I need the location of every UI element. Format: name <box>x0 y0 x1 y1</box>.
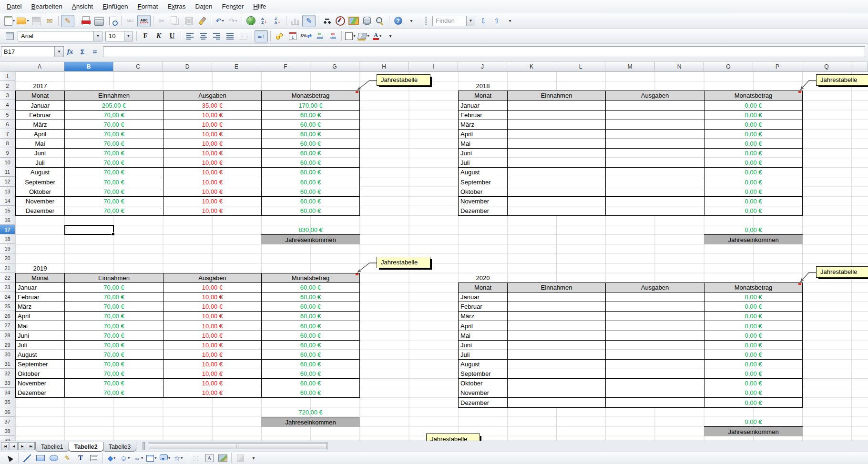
cell-A33[interactable]: November <box>15 378 65 388</box>
font-color-icon[interactable]: A▾ <box>371 30 383 42</box>
tab-splitter[interactable] <box>143 442 145 450</box>
row-header-30[interactable]: 30 <box>0 350 15 359</box>
cell-J25[interactable]: Februar <box>458 302 508 312</box>
row-header-12[interactable]: 12 <box>0 177 15 187</box>
cell-K6[interactable] <box>507 120 606 130</box>
row-header-18[interactable]: 18 <box>0 234 15 244</box>
add-decimal-icon[interactable]: +0.000 <box>313 30 326 42</box>
cell-K30[interactable] <box>507 350 606 360</box>
cell-F30[interactable]: 60,00 € <box>261 350 360 360</box>
symbol-shapes-icon[interactable]: ☺▾ <box>119 453 131 464</box>
cell-A23[interactable]: Januar <box>15 282 65 293</box>
font-name-combo-dropdown-icon[interactable]: ▼ <box>93 31 102 41</box>
cell-D32[interactable]: 10,00 € <box>163 369 262 379</box>
cell-F25[interactable]: 60,00 € <box>261 302 360 312</box>
cell-O12[interactable]: 0,00 € <box>704 177 803 187</box>
dropdown-arrow-icon[interactable]: ▾ <box>353 34 355 38</box>
cell-B24[interactable]: 70,00 € <box>64 292 163 302</box>
cell-O28[interactable]: 0,00 € <box>704 331 803 341</box>
cell-B22[interactable]: Einnahmen <box>64 273 163 283</box>
cell-K27[interactable] <box>507 321 606 331</box>
fontwork-icon[interactable]: A <box>203 453 215 464</box>
column-header-F[interactable]: F <box>261 62 310 71</box>
cell-O37[interactable]: 0,00 € <box>704 417 803 427</box>
cell-O32[interactable]: 0,00 € <box>704 369 803 379</box>
cell-D10[interactable]: 10,00 € <box>163 158 262 168</box>
name-box-dropdown-icon[interactable]: ▼ <box>54 47 63 57</box>
cell-O29[interactable]: 0,00 € <box>704 340 803 350</box>
ellipse-icon[interactable] <box>48 453 60 464</box>
cell-M23[interactable]: Ausgaben <box>605 282 705 293</box>
cell-J13[interactable]: Oktober <box>458 187 508 197</box>
cell-K35[interactable] <box>507 397 606 408</box>
cell-F23[interactable]: 60,00 € <box>261 282 360 293</box>
menu-format[interactable]: Format <box>133 1 163 12</box>
row-header-27[interactable]: 27 <box>0 321 15 331</box>
row-header-38[interactable]: 38 <box>0 426 15 436</box>
row-header-25[interactable]: 25 <box>0 302 15 311</box>
cell-O24[interactable]: 0,00 € <box>704 292 803 302</box>
cell-A4[interactable]: Januar <box>15 100 65 111</box>
cell-F18[interactable]: Jahreseinkommen <box>261 234 360 244</box>
cell-J8[interactable]: Mai <box>458 139 508 149</box>
cell-A31[interactable]: September <box>15 359 65 369</box>
cell-K25[interactable] <box>507 302 606 312</box>
cell-M4[interactable] <box>605 100 705 111</box>
cell-O15[interactable]: 0,00 € <box>704 206 803 216</box>
cell-O17[interactable]: 0,00 € <box>704 225 803 235</box>
horizontal-scrollbar[interactable] <box>148 442 328 450</box>
navigator-icon[interactable] <box>334 15 347 27</box>
menu-daten[interactable]: Daten <box>191 1 217 12</box>
cell-O23[interactable]: Monatsbetrag <box>704 282 803 293</box>
cell-F29[interactable]: 60,00 € <box>261 340 360 350</box>
row-header-5[interactable]: 5 <box>0 110 15 120</box>
cell-M12[interactable] <box>605 177 705 187</box>
row-header-9[interactable]: 9 <box>0 148 15 158</box>
column-header-I[interactable]: I <box>409 62 458 71</box>
note-jahrestabelle[interactable]: Jahrestabelle <box>377 74 430 86</box>
font-size-combo-dropdown-icon[interactable]: ▼ <box>124 31 133 41</box>
note-jahrestabelle[interactable]: Jahrestabelle <box>816 266 868 278</box>
cell-A25[interactable]: März <box>15 302 65 312</box>
menu-einfugen[interactable]: Einfügen <box>98 1 133 12</box>
line-icon[interactable] <box>21 453 33 464</box>
cell-O4[interactable]: 0,00 € <box>704 100 803 111</box>
align-center-icon[interactable] <box>197 30 209 42</box>
from-file-icon[interactable] <box>216 453 229 464</box>
cell-O26[interactable]: 0,00 € <box>704 311 803 321</box>
data-sources-icon[interactable] <box>361 15 373 27</box>
column-header-P[interactable]: P <box>753 62 802 71</box>
styles-icon[interactable] <box>3 30 16 42</box>
cell-J10[interactable]: Juli <box>458 158 508 168</box>
find-previous-icon[interactable]: ⇧ <box>490 15 503 27</box>
callouts-icon[interactable]: ▾ <box>159 453 171 464</box>
cell-A24[interactable]: Februar <box>15 292 65 302</box>
cell-B5[interactable]: 70,00 € <box>64 110 163 120</box>
cell-B23[interactable]: 70,00 € <box>64 282 163 293</box>
next-sheet-icon[interactable]: ▶ <box>18 442 26 450</box>
note-jahrestabelle[interactable]: Jahrestabelle <box>426 434 480 441</box>
cell-K34[interactable] <box>507 388 606 398</box>
cell-D30[interactable]: 10,00 € <box>163 350 262 360</box>
cell-F37[interactable]: Jahreseinkommen <box>261 417 360 427</box>
cell-K29[interactable] <box>507 340 606 350</box>
dropdown-arrow-icon[interactable]: ▾ <box>367 34 369 38</box>
cell-K28[interactable] <box>507 331 606 341</box>
cell-A29[interactable]: Juli <box>15 340 65 350</box>
row-header-29[interactable]: 29 <box>0 340 15 350</box>
print-icon[interactable] <box>93 15 105 27</box>
menu-fenster[interactable]: Fenster <box>217 1 249 12</box>
undo-icon[interactable]: ↶▾ <box>214 15 226 27</box>
flowchart-icon[interactable]: ▾ <box>145 453 158 464</box>
cell-A13[interactable]: Oktober <box>15 187 65 197</box>
cell-D3[interactable]: Ausgaben <box>163 91 262 101</box>
background-color-icon[interactable]: ▾ <box>357 30 370 42</box>
row-header-36[interactable]: 36 <box>0 407 15 417</box>
cell-O7[interactable]: 0,00 € <box>704 129 803 139</box>
cell-F33[interactable]: 60,00 € <box>261 378 360 388</box>
cell-A10[interactable]: Juli <box>15 158 65 168</box>
row-header-3[interactable]: 3 <box>0 91 15 100</box>
cell-M15[interactable] <box>605 206 705 216</box>
cell-F14[interactable]: 60,00 € <box>261 196 360 206</box>
edit-file-icon[interactable]: ✎ <box>61 15 74 27</box>
